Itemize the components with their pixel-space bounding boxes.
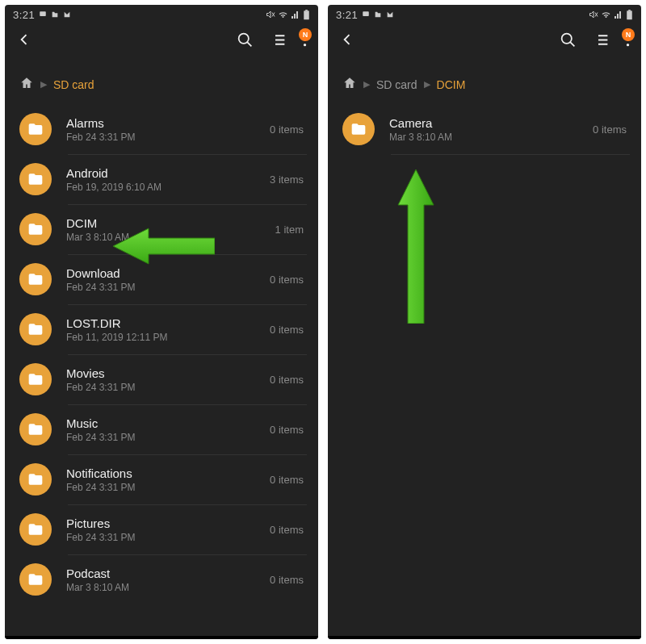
folder-date: Mar 3 8:10 AM	[389, 132, 593, 143]
notification-badge: N	[622, 28, 635, 41]
folder-icon	[19, 313, 52, 345]
folder-name: DCIM	[66, 216, 275, 230]
status-folder-icon	[374, 10, 382, 19]
battery-icon	[626, 10, 633, 20]
folder-podcast[interactable]: Podcast Mar 3 8:10 AM 0 items	[5, 554, 318, 604]
status-bar: 3:21	[5, 5, 318, 23]
folder-camera[interactable]: Camera Mar 3 8:10 AM 0 items	[328, 104, 641, 154]
folder-lostdir[interactable]: LOST.DIR Feb 11, 2019 12:11 PM 0 items	[5, 304, 318, 354]
status-notif-icon	[39, 10, 47, 19]
folder-pictures[interactable]: Pictures Feb 24 3:31 PM 0 items	[5, 504, 318, 554]
signal-icon	[291, 10, 300, 19]
folder-alarms[interactable]: Alarms Feb 24 3:31 PM 0 items	[5, 104, 318, 154]
folder-count: 0 items	[270, 123, 304, 136]
folder-count: 0 items	[270, 524, 304, 536]
chevron-right-icon: ▶	[424, 79, 430, 90]
folder-date: Feb 19, 2019 6:10 AM	[66, 182, 270, 193]
folder-icon	[19, 213, 52, 245]
search-button[interactable]	[237, 31, 254, 52]
breadcrumb-sd-card[interactable]: SD card	[376, 78, 417, 91]
folder-dcim[interactable]: DCIM Mar 3 8:10 AM 1 item	[5, 204, 318, 254]
app-bar: N	[5, 23, 318, 60]
status-time: 3:21	[13, 9, 35, 21]
breadcrumb: ▶ SD card	[5, 60, 318, 104]
folder-name: LOST.DIR	[66, 316, 270, 330]
folder-list[interactable]: Alarms Feb 24 3:31 PM 0 items Android Fe…	[5, 104, 318, 636]
list-icon	[270, 31, 287, 48]
search-button[interactable]	[560, 31, 577, 52]
home-button[interactable]	[19, 76, 34, 93]
folder-count: 0 items	[270, 324, 304, 336]
folder-count: 0 items	[270, 474, 304, 486]
folder-count: 0 items	[270, 274, 304, 286]
view-toggle-button[interactable]	[593, 31, 610, 52]
back-button[interactable]	[339, 31, 355, 51]
wifi-icon	[601, 10, 611, 19]
folder-list[interactable]: Camera Mar 3 8:10 AM 0 items	[328, 104, 641, 636]
folder-date: Feb 24 3:31 PM	[66, 282, 270, 293]
status-folder-icon	[51, 10, 59, 19]
folder-movies[interactable]: Movies Feb 24 3:31 PM 0 items	[5, 354, 318, 404]
mute-icon	[589, 10, 598, 19]
folder-icon	[19, 163, 52, 195]
svg-rect-1	[304, 10, 309, 19]
breadcrumb-sd-card[interactable]: SD card	[53, 78, 94, 91]
chevron-right-icon: ▶	[40, 79, 47, 90]
status-mail-icon	[63, 10, 71, 19]
back-button[interactable]	[16, 31, 32, 51]
folder-name: Android	[66, 166, 270, 180]
search-icon	[560, 31, 577, 48]
folder-date: Feb 24 3:31 PM	[66, 132, 270, 143]
folder-icon	[19, 513, 52, 546]
notification-badge: N	[299, 28, 312, 41]
folder-name: Podcast	[66, 567, 270, 580]
nav-bar	[5, 636, 318, 639]
folder-name: Music	[66, 416, 270, 430]
app-bar: N	[328, 23, 641, 60]
svg-rect-9	[628, 10, 631, 10]
folder-notifications[interactable]: Notifications Feb 24 3:31 PM 0 items	[5, 454, 318, 504]
svg-rect-2	[305, 10, 308, 10]
view-toggle-button[interactable]	[270, 31, 287, 52]
folder-date: Mar 3 8:10 AM	[66, 232, 275, 243]
svg-point-10	[562, 33, 572, 43]
folder-date: Mar 3 8:10 AM	[66, 582, 270, 593]
folder-name: Download	[66, 266, 270, 280]
folder-name: Camera	[389, 116, 593, 130]
folder-icon	[342, 113, 375, 145]
svg-point-13	[627, 44, 629, 46]
divider	[391, 154, 630, 155]
status-mail-icon	[386, 10, 394, 19]
svg-rect-8	[627, 10, 632, 19]
folder-count: 1 item	[275, 224, 304, 236]
folder-android[interactable]: Android Feb 19, 2019 6:10 AM 3 items	[5, 154, 318, 204]
wifi-icon	[278, 10, 288, 19]
svg-point-6	[304, 44, 306, 46]
folder-music[interactable]: Music Feb 24 3:31 PM 0 items	[5, 404, 318, 454]
nav-bar	[328, 636, 641, 639]
folder-icon	[19, 563, 52, 596]
list-icon	[593, 31, 610, 48]
folder-icon	[19, 363, 52, 395]
folder-icon	[19, 463, 52, 496]
folder-date: Feb 24 3:31 PM	[66, 532, 270, 543]
phone-screen-left: 3:21 N	[5, 5, 318, 639]
status-notif-icon	[362, 10, 370, 19]
phone-screen-right: 3:21 N	[328, 5, 641, 639]
folder-date: Feb 24 3:31 PM	[66, 432, 270, 443]
folder-download[interactable]: Download Feb 24 3:31 PM 0 items	[5, 254, 318, 304]
menu-button[interactable]: N	[303, 31, 307, 51]
folder-name: Alarms	[66, 116, 270, 130]
folder-date: Feb 24 3:31 PM	[66, 482, 270, 493]
folder-date: Feb 11, 2019 12:11 PM	[66, 332, 270, 343]
home-button[interactable]	[342, 76, 357, 93]
breadcrumb-dcim[interactable]: DCIM	[437, 78, 466, 91]
menu-button[interactable]: N	[626, 31, 630, 51]
folder-count: 0 items	[270, 374, 304, 386]
signal-icon	[614, 10, 623, 19]
folder-count: 0 items	[270, 424, 304, 436]
folder-icon	[19, 113, 52, 145]
home-icon	[342, 76, 357, 90]
folder-date: Feb 24 3:31 PM	[66, 382, 270, 393]
svg-point-3	[239, 33, 249, 43]
